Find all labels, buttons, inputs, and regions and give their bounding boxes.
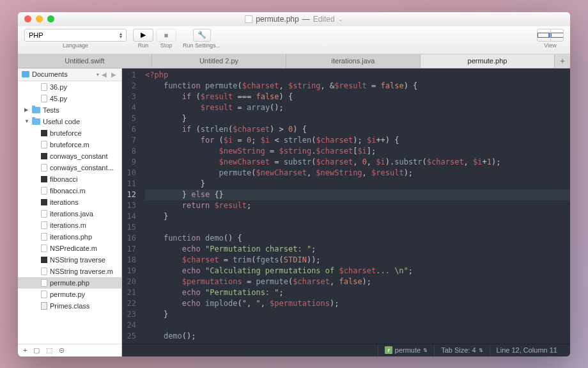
line-number[interactable]: 24	[122, 320, 136, 331]
line-number[interactable]: 10	[122, 168, 136, 179]
view-toggle[interactable]	[537, 29, 564, 42]
line-number[interactable]: 19	[122, 266, 136, 276]
tree-item-fibonacci-m[interactable]: fibonacci.m	[18, 185, 121, 196]
minimize-icon[interactable]	[36, 15, 43, 22]
code-line[interactable]: echo "Permutation charset: ";	[145, 244, 570, 255]
code-line[interactable]: } else {}	[145, 189, 570, 200]
line-number[interactable]: 16	[122, 233, 136, 244]
code-line[interactable]: return $result;	[145, 200, 570, 211]
code-area[interactable]: 1234567891011121314151617181920212223242…	[122, 68, 570, 344]
tree-item-iterations-java[interactable]: iterations.java	[18, 208, 121, 220]
tree-item-conways_constant[interactable]: conways_constant	[18, 150, 121, 162]
line-number[interactable]: 13	[122, 200, 136, 211]
language-select[interactable]: PHP ▴▾	[24, 29, 127, 42]
code-line[interactable]: demo();	[145, 331, 570, 342]
cursor-position[interactable]: Line 12, Column 11	[490, 344, 564, 356]
tree-item-primes-class[interactable]: Primes.class	[18, 300, 121, 312]
code-line[interactable]: }	[145, 179, 570, 189]
tree-item-useful-code[interactable]: ▼Useful code	[18, 116, 121, 127]
code-line[interactable]	[145, 320, 570, 331]
run-button[interactable]: ▶	[133, 29, 153, 42]
tree-item-nsstring-traverse[interactable]: NSString traverse	[18, 254, 121, 266]
code-line[interactable]: if (strlen($charset) > 0) {	[145, 124, 570, 135]
tab-untitled-2-py[interactable]: Untitled 2.py	[152, 54, 286, 68]
tab-permute-php[interactable]: permute.php	[421, 54, 555, 68]
tab-untitled-swift[interactable]: Untitled.swift	[18, 54, 152, 68]
tree-item-iterations-php[interactable]: iterations.php	[18, 231, 121, 243]
code-line[interactable]: }	[145, 113, 570, 124]
code-line[interactable]: $result = array();	[145, 102, 570, 113]
new-folder-icon[interactable]: ▢	[33, 346, 40, 355]
tree-item-permute-php[interactable]: permute.php	[18, 277, 121, 289]
line-number[interactable]: 23	[122, 309, 136, 320]
code-line[interactable]: function permute($charset, $string, &$re…	[145, 81, 570, 92]
code-line[interactable]: if ($result === false) {	[145, 92, 570, 102]
line-number[interactable]: 6	[122, 124, 136, 135]
line-gutter[interactable]: 1234567891011121314151617181920212223242…	[122, 68, 140, 344]
code-line[interactable]: $newString = $string.$charset[$i];	[145, 146, 570, 157]
tree-item-36-py[interactable]: 36.py	[18, 81, 121, 93]
chevron-down-icon[interactable]: ⌄	[338, 16, 343, 22]
tree-item-fibonacci[interactable]: fibonacci	[18, 173, 121, 185]
sidebar-header[interactable]: Documents ▾ ◀ ▶	[18, 68, 121, 81]
tree-item-nspredicate-m[interactable]: NSPredicate.m	[18, 243, 121, 254]
code-line[interactable]: }	[145, 309, 570, 320]
code-line[interactable]: }	[145, 211, 570, 222]
code-line[interactable]: echo "Permutations: ";	[145, 287, 570, 298]
line-number[interactable]: 11	[122, 179, 136, 189]
symbol-selector[interactable]: fpermute⇅	[378, 344, 434, 356]
line-number[interactable]: 25	[122, 331, 136, 342]
code-line[interactable]: $charset = trim(fgets(STDIN));	[145, 255, 570, 266]
tree-item-bruteforce[interactable]: bruteforce	[18, 127, 121, 139]
code-line[interactable]: function demo() {	[145, 233, 570, 244]
window-title[interactable]: permute.php — Edited ⌄	[245, 15, 343, 24]
disclosure-down-icon[interactable]: ▼	[24, 118, 29, 124]
tree-item-permute-py[interactable]: permute.py	[18, 289, 121, 300]
code-line[interactable]: echo "Calculating permutations of $chars…	[145, 266, 570, 276]
line-number[interactable]: 14	[122, 211, 136, 222]
action-icon[interactable]: ⊝	[59, 346, 65, 355]
tab-iterations-java[interactable]: iterations.java	[286, 54, 421, 68]
line-number[interactable]: 8	[122, 146, 136, 157]
tab-size-selector[interactable]: Tab Size: 4⇅	[434, 344, 489, 356]
new-tab-button[interactable]: +	[555, 54, 570, 68]
disclosure-right-icon[interactable]: ▶	[24, 107, 29, 113]
run-settings-button[interactable]: 🔧	[193, 29, 211, 42]
line-number[interactable]: 4	[122, 102, 136, 113]
tree-item-conways_constant-[interactable]: conways_constant...	[18, 162, 121, 173]
line-number[interactable]: 17	[122, 244, 136, 255]
code-line[interactable]: <?php	[145, 70, 570, 81]
code-content[interactable]: <?php function permute($charset, $string…	[140, 68, 570, 344]
line-number[interactable]: 21	[122, 287, 136, 298]
tree-item-tests[interactable]: ▶Tests	[18, 104, 121, 116]
stop-button[interactable]: ■	[156, 29, 176, 42]
line-number[interactable]: 1	[122, 70, 136, 81]
add-button[interactable]: +	[23, 346, 27, 354]
trash-icon[interactable]: ⬚	[46, 346, 52, 355]
line-number[interactable]: 18	[122, 255, 136, 266]
line-number[interactable]: 20	[122, 276, 136, 287]
nav-arrows[interactable]: ◀ ▶	[102, 71, 118, 78]
code-line[interactable]: echo implode(", ", $permutations);	[145, 298, 570, 309]
code-line[interactable]: permute($newCharset, $newString, $result…	[145, 168, 570, 179]
line-number[interactable]: 9	[122, 157, 136, 168]
maximize-icon[interactable]	[47, 15, 54, 22]
tree-item-iterations-m[interactable]: iterations.m	[18, 220, 121, 231]
line-number[interactable]: 22	[122, 298, 136, 309]
line-number[interactable]: 7	[122, 135, 136, 146]
tree-item-bruteforce-m[interactable]: bruteforce.m	[18, 139, 121, 150]
code-line[interactable]: $permutations = permute($charset, false)…	[145, 276, 570, 287]
code-line[interactable]	[145, 222, 570, 233]
close-icon[interactable]	[24, 15, 31, 22]
line-number[interactable]: 2	[122, 81, 136, 92]
line-number[interactable]: 15	[122, 222, 136, 233]
code-line[interactable]: for ($i = 0; $i < strlen($charset); $i++…	[145, 135, 570, 146]
titlebar[interactable]: permute.php — Edited ⌄	[18, 12, 570, 26]
line-number[interactable]: 5	[122, 113, 136, 124]
line-number[interactable]: 12	[122, 189, 136, 200]
tree-item-45-py[interactable]: 45.py	[18, 93, 121, 104]
code-line[interactable]: $newCharset = substr($charset, 0, $i).su…	[145, 157, 570, 168]
tree-item-nsstring-traverse-m[interactable]: NSString traverse.m	[18, 266, 121, 277]
tree-item-iterations[interactable]: iterations	[18, 196, 121, 208]
line-number[interactable]: 3	[122, 92, 136, 102]
